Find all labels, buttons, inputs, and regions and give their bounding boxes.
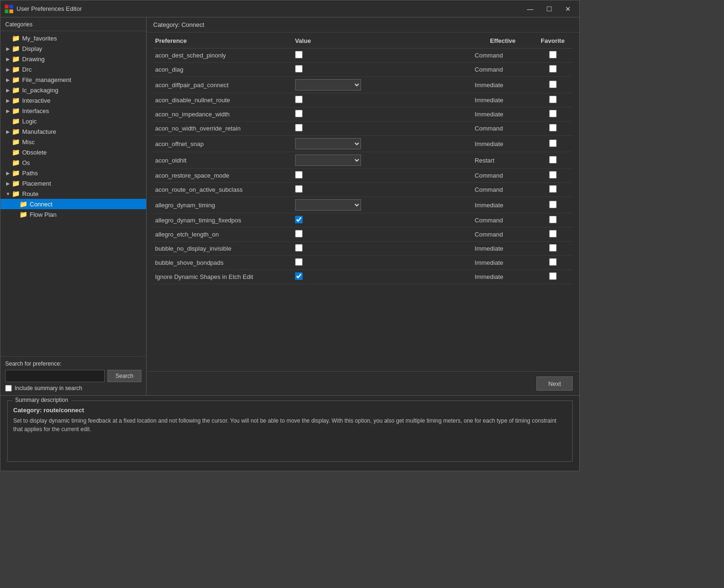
pref-checkbox[interactable] — [295, 65, 303, 73]
pref-name-cell: acon_route_on_active_subclass — [153, 183, 293, 197]
favorite-checkbox[interactable] — [549, 216, 557, 223]
pref-value-cell[interactable] — [293, 183, 373, 197]
tree-item-display[interactable]: ▶ 📁 Display — [0, 43, 146, 54]
pref-dropdown[interactable] — [295, 155, 361, 166]
favorite-checkbox[interactable] — [549, 139, 557, 147]
pref-checkbox[interactable] — [295, 272, 303, 280]
pref-value-cell[interactable] — [293, 270, 373, 284]
tree-item-manufacture[interactable]: ▶ 📁 Manufacture — [0, 126, 146, 137]
favorite-checkbox[interactable] — [549, 96, 557, 103]
pref-favorite-cell[interactable] — [533, 93, 573, 107]
pref-favorite-cell[interactable] — [533, 77, 573, 93]
pref-value-cell[interactable] — [293, 152, 373, 169]
tree-label: Placement — [22, 180, 51, 187]
pref-value-cell[interactable] — [293, 242, 373, 256]
pref-checkbox[interactable] — [295, 51, 303, 58]
folder-icon: 📁 — [12, 65, 20, 73]
pref-checkbox[interactable] — [295, 258, 303, 266]
tree-item-my-favorites[interactable]: 📁 My_favorites — [0, 33, 146, 43]
right-panel: Category: Connect Preference Value Effec… — [147, 17, 579, 395]
favorite-checkbox[interactable] — [549, 171, 557, 179]
close-button[interactable]: ✕ — [560, 3, 576, 15]
table-row: acon_restore_space_modeCommand — [153, 169, 573, 183]
pref-dropdown[interactable] — [295, 199, 361, 211]
favorite-checkbox[interactable] — [549, 110, 557, 117]
pref-favorite-cell[interactable] — [533, 197, 573, 213]
tree-item-logic[interactable]: 📁 Logic — [0, 116, 146, 126]
pref-checkbox[interactable] — [295, 230, 303, 237]
pref-favorite-cell[interactable] — [533, 49, 573, 63]
pref-checkbox[interactable] — [295, 244, 303, 252]
pref-value-cell[interactable] — [293, 136, 373, 152]
include-summary-checkbox[interactable] — [5, 385, 12, 392]
pref-value-cell[interactable] — [293, 197, 373, 213]
pref-favorite-cell[interactable] — [533, 270, 573, 284]
favorite-checkbox[interactable] — [549, 185, 557, 193]
favorite-checkbox[interactable] — [549, 65, 557, 73]
favorite-checkbox[interactable] — [549, 230, 557, 237]
minimize-button[interactable]: — — [523, 3, 538, 15]
tree-label: Manufacture — [22, 128, 56, 135]
next-button[interactable]: Next — [536, 376, 573, 391]
tree-item-route[interactable]: ▼ 📁 Route — [0, 188, 146, 199]
pref-favorite-cell[interactable] — [533, 213, 573, 228]
pref-checkbox[interactable] — [295, 124, 303, 131]
search-button[interactable]: Search — [107, 370, 141, 382]
tree-item-ic-packaging[interactable]: ▶ 📁 Ic_packaging — [0, 85, 146, 95]
pref-value-cell[interactable] — [293, 107, 373, 122]
tree-item-connect[interactable]: 📁 Connect — [0, 199, 146, 209]
maximize-button[interactable]: ☐ — [542, 3, 557, 15]
favorite-checkbox[interactable] — [549, 201, 557, 208]
favorite-checkbox[interactable] — [549, 124, 557, 131]
favorite-checkbox[interactable] — [549, 156, 557, 163]
tree-item-os[interactable]: 📁 Os — [0, 157, 146, 168]
favorite-checkbox[interactable] — [549, 258, 557, 266]
pref-value-cell[interactable] — [293, 228, 373, 242]
pref-dropdown[interactable] — [295, 79, 361, 90]
pref-favorite-cell[interactable] — [533, 242, 573, 256]
favorite-checkbox[interactable] — [549, 51, 557, 58]
pref-favorite-cell[interactable] — [533, 183, 573, 197]
pref-checkbox[interactable] — [295, 216, 303, 223]
pref-favorite-cell[interactable] — [533, 63, 573, 77]
pref-value-cell[interactable] — [293, 122, 373, 136]
pref-value-cell[interactable] — [293, 256, 373, 270]
tree-item-paths[interactable]: ▶ 📁 Paths — [0, 168, 146, 178]
pref-favorite-cell[interactable] — [533, 122, 573, 136]
pref-value-cell[interactable] — [293, 169, 373, 183]
pref-checkbox[interactable] — [295, 110, 303, 117]
favorite-checkbox[interactable] — [549, 81, 557, 88]
favorite-checkbox[interactable] — [549, 272, 557, 280]
tree-item-misc[interactable]: 📁 Misc — [0, 137, 146, 147]
tree-item-drc[interactable]: ▶ 📁 Drc — [0, 64, 146, 74]
folder-icon: 📁 — [12, 86, 20, 94]
tree-item-drawing[interactable]: ▶ 📁 Drawing — [0, 54, 146, 64]
pref-effective-cell: Restart — [473, 152, 533, 169]
pref-favorite-cell[interactable] — [533, 107, 573, 122]
tree-item-interfaces[interactable]: ▶ 📁 Interfaces — [0, 106, 146, 116]
pref-favorite-cell[interactable] — [533, 136, 573, 152]
summary-text: Set to display dynamic timing feedback a… — [13, 416, 567, 433]
pref-dropdown[interactable] — [295, 138, 361, 149]
tree-item-obsolete[interactable]: 📁 Obsolete — [0, 147, 146, 157]
pref-value-cell[interactable] — [293, 49, 373, 63]
pref-checkbox[interactable] — [295, 185, 303, 193]
pref-effective-cell: Immediate — [473, 197, 533, 213]
pref-favorite-cell[interactable] — [533, 152, 573, 169]
search-input[interactable] — [5, 370, 105, 382]
pref-favorite-cell[interactable] — [533, 228, 573, 242]
pref-checkbox[interactable] — [295, 171, 303, 179]
pref-favorite-cell[interactable] — [533, 169, 573, 183]
pref-value-cell[interactable] — [293, 77, 373, 93]
tree-item-flow-plan[interactable]: 📁 Flow Plan — [0, 209, 146, 220]
tree-item-placement[interactable]: ▶ 📁 Placement — [0, 178, 146, 188]
pref-checkbox[interactable] — [295, 96, 303, 103]
favorite-checkbox[interactable] — [549, 244, 557, 252]
tree-item-file-management[interactable]: ▶ 📁 File_management — [0, 74, 146, 85]
folder-icon: 📁 — [12, 107, 20, 114]
pref-value-cell[interactable] — [293, 213, 373, 228]
pref-value-cell[interactable] — [293, 63, 373, 77]
pref-favorite-cell[interactable] — [533, 256, 573, 270]
tree-item-interactive[interactable]: ▶ 📁 Interactive — [0, 95, 146, 106]
pref-value-cell[interactable] — [293, 93, 373, 107]
